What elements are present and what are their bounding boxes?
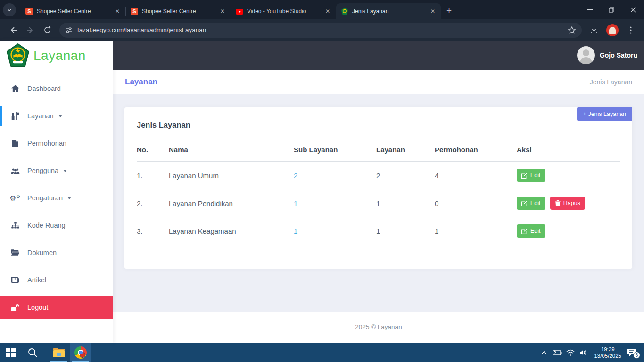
tab-shopee-1[interactable]: S Shopee Seller Centre ✕	[21, 3, 125, 19]
tab-title: Jenis Layanan	[352, 8, 429, 15]
url-text[interactable]: fazal.eegyo.com/layanan/admin/jenisLayan…	[77, 26, 568, 33]
browser-menu-icon[interactable]	[624, 23, 638, 37]
back-button[interactable]	[6, 23, 20, 37]
downloads-icon[interactable]	[587, 23, 601, 37]
breadcrumb-section[interactable]: Layanan	[125, 77, 157, 87]
site-settings-icon[interactable]	[65, 26, 73, 34]
sidebar-item-label: Kode Ruang	[27, 222, 66, 229]
table-row: 2. Layanan Pendidikan 1 1 0 Edit Hapus	[137, 189, 620, 217]
gears-icon: ⚙⚙	[10, 195, 20, 202]
file-explorer-icon	[53, 347, 65, 358]
add-jenis-layanan-button[interactable]: + Jenis Layanan	[577, 107, 632, 121]
sidebar-item-artikel[interactable]: Artikel	[0, 268, 113, 292]
file-icon	[10, 140, 20, 147]
tab-search-button[interactable]	[3, 3, 16, 16]
hapus-button[interactable]: Hapus	[550, 197, 585, 210]
shopee-favicon: S	[131, 8, 138, 15]
address-bar[interactable]: fazal.eegyo.com/layanan/admin/jenisLayan…	[59, 23, 582, 38]
cell-permohonan: 1	[435, 217, 517, 245]
start-button[interactable]	[0, 343, 22, 362]
sidebar-item-label: Layanan	[27, 112, 54, 120]
restore-button[interactable]	[601, 0, 622, 19]
sidebar-item-label: Dokumen	[27, 249, 57, 256]
sidebar: Layanan Dashboard Layanan Permohonan Pen…	[0, 41, 113, 343]
windows-logo-icon	[6, 348, 16, 357]
battery-icon[interactable]	[552, 350, 563, 355]
action-center-button[interactable]: 6	[626, 348, 637, 357]
sidebar-item-permohonan[interactable]: Permohonan	[0, 132, 113, 155]
user-avatar[interactable]	[577, 46, 595, 64]
bookmark-star-icon[interactable]	[568, 26, 576, 34]
sidebar-item-kode-ruang[interactable]: Kode Ruang	[0, 214, 113, 237]
breadcrumb: Layanan Jenis Layanan	[113, 70, 644, 94]
card-title: Jenis Layanan	[137, 121, 620, 130]
main-area: Gojo Satoru Layanan Jenis Layanan + Jeni…	[113, 41, 644, 343]
tab-title: Shopee Seller Centre	[37, 8, 113, 15]
users-icon	[10, 167, 20, 174]
sidebar-item-pengaturan[interactable]: ⚙⚙ Pengaturan	[0, 186, 113, 210]
column-header-sub-layanan: Sub Layanan	[294, 141, 376, 162]
chevron-down-icon	[7, 7, 12, 13]
edit-button[interactable]: Edit	[517, 197, 545, 210]
cell-no: 3.	[137, 217, 169, 245]
minimize-button[interactable]	[579, 0, 601, 19]
sitemap-icon	[10, 222, 20, 229]
new-tab-button[interactable]: +	[446, 6, 452, 16]
sub-layanan-link[interactable]: 1	[294, 227, 297, 235]
sub-layanan-link[interactable]: 1	[294, 199, 297, 207]
reload-button[interactable]	[40, 23, 54, 37]
volume-icon[interactable]	[578, 349, 589, 356]
forward-button[interactable]	[23, 23, 37, 37]
sub-layanan-link[interactable]: 2	[294, 172, 297, 180]
wifi-icon[interactable]	[565, 349, 576, 356]
sidebar-item-dokumen[interactable]: Dokumen	[0, 241, 113, 264]
window-controls	[579, 0, 644, 19]
kemenag-logo	[7, 43, 29, 68]
tab-shopee-2[interactable]: S Shopee Seller Centre ✕	[126, 3, 231, 19]
toolbar-actions	[586, 23, 639, 37]
clock-date: 13/05/2025	[594, 353, 621, 359]
system-tray: 19:39 13/05/2025 6	[538, 343, 644, 362]
chevron-down-icon	[67, 197, 71, 199]
folder-icon	[10, 249, 20, 256]
cell-permohonan: 0	[435, 189, 517, 217]
browser-toolbar: fazal.eegyo.com/layanan/admin/jenisLayan…	[0, 19, 644, 41]
taskbar-search-button[interactable]	[22, 343, 43, 362]
sidebar-item-dashboard[interactable]: Dashboard	[0, 77, 113, 100]
close-button[interactable]	[622, 0, 644, 19]
tab-close-icon[interactable]: ✕	[218, 7, 227, 16]
sidebar-item-layanan[interactable]: Layanan	[0, 104, 113, 128]
tab-jenis-layanan-active[interactable]: Jenis Layanan ✕	[336, 3, 441, 19]
sidebar-item-label: Dashboard	[27, 85, 61, 92]
cell-layanan: 1	[376, 189, 435, 217]
browser-profile-avatar[interactable]	[606, 24, 619, 36]
hidden-icons-chevron[interactable]	[538, 351, 550, 354]
newspaper-icon	[10, 277, 20, 283]
user-name[interactable]: Gojo Satoru	[600, 51, 637, 59]
tab-close-icon[interactable]: ✕	[429, 7, 437, 16]
chevron-down-icon	[63, 170, 67, 172]
tab-close-icon[interactable]: ✕	[113, 7, 122, 16]
taskbar-clock[interactable]: 19:39 13/05/2025	[594, 346, 621, 359]
cell-nama: Layanan Pendidikan	[169, 189, 294, 217]
sidebar-item-label: Permohonan	[27, 140, 66, 147]
sidebar-item-logout[interactable]: Logout	[0, 296, 113, 319]
sidebar-item-label: Artikel	[27, 276, 46, 284]
file-explorer-button[interactable]	[48, 343, 70, 362]
sidebar-item-label: Logout	[27, 304, 48, 311]
sidebar-item-pengguna[interactable]: Pengguna	[0, 159, 113, 182]
chrome-icon	[74, 346, 87, 359]
jenis-layanan-table: No. Nama Sub Layanan Layanan Permohonan …	[137, 141, 620, 245]
tab-youtube-studio[interactable]: Video - YouTube Studio ✕	[231, 3, 336, 19]
chrome-taskbar-button[interactable]	[70, 343, 91, 362]
cell-layanan: 1	[376, 217, 435, 245]
brand[interactable]: Layanan	[0, 41, 113, 70]
edit-button[interactable]: Edit	[517, 224, 545, 238]
cell-layanan: 2	[376, 162, 435, 189]
cell-nama: Layanan Umum	[169, 162, 294, 189]
search-icon	[28, 348, 37, 357]
brand-name: Layanan	[33, 48, 86, 63]
tab-close-icon[interactable]: ✕	[323, 7, 332, 16]
home-icon	[10, 85, 20, 92]
edit-button[interactable]: Edit	[517, 169, 545, 182]
